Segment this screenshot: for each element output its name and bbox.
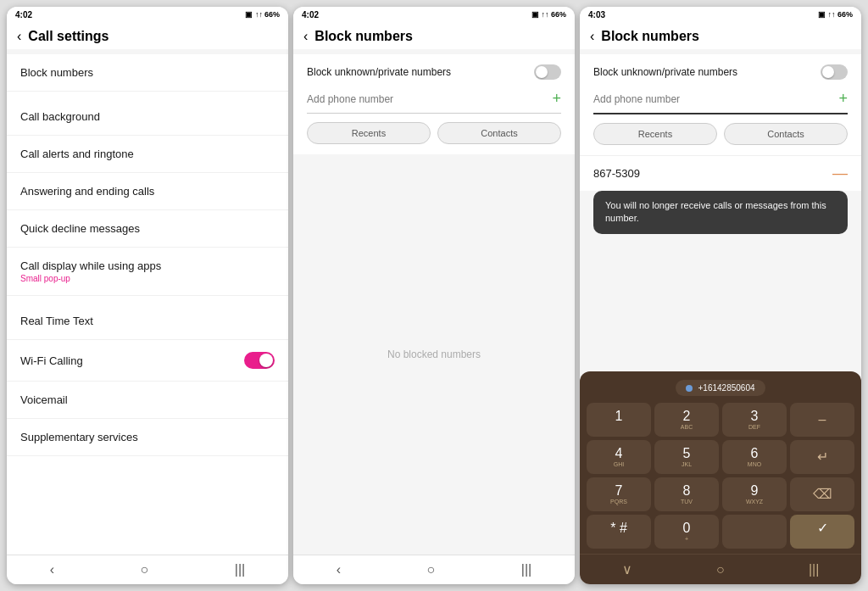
nav-back-2[interactable]: ‹ (337, 562, 341, 577)
key-5[interactable]: 5 JKL (654, 440, 719, 474)
block-section-2: Block unknown/private numbers + Recents … (293, 54, 575, 154)
time-3: 4:03 (588, 10, 605, 20)
back-arrow-1[interactable]: ‹ (17, 29, 21, 44)
page-title-2: Block numbers (314, 29, 413, 44)
status-icons-3: ▣ ↑↑ 66% (818, 10, 853, 19)
nav-back-3[interactable]: ∨ (622, 561, 632, 577)
screen1: ‹ Call settings Block numbers Call backg… (7, 22, 288, 555)
settings-item-supplementary[interactable]: Supplementary services (7, 419, 288, 456)
key-minus[interactable]: – (790, 403, 854, 437)
nav-bar-1: ‹ ○ ||| (7, 555, 288, 584)
status-bar-1: 4:02 ▣ ↑↑ 66% (7, 7, 288, 22)
tooltip-3: You will no longer receive calls or mess… (593, 191, 848, 234)
phone3: 4:03 ▣ ↑↑ 66% ‹ Block numbers Block unkn… (580, 7, 861, 584)
status-bar-3: 4:03 ▣ ↑↑ 66% (580, 7, 861, 22)
add-phone-input-2[interactable] (307, 93, 552, 105)
key-9[interactable]: 9 WXYZ (722, 477, 787, 511)
keypad-grid-3: 1 2 ABC 3 DEF – (587, 403, 854, 549)
status-bar-2: 4:02 ▣ ↑↑ 66% (293, 7, 575, 22)
settings-item-wifi-calling[interactable]: Wi-Fi Calling (7, 340, 288, 382)
block-unknown-row-3: Block unknown/private numbers (593, 64, 848, 80)
key-1[interactable]: 1 (587, 403, 651, 437)
block-unknown-label-2: Block unknown/private numbers (307, 66, 451, 78)
status-icons-1: ▣ ↑↑ 66% (245, 10, 280, 19)
screen2: ‹ Block numbers Block unknown/private nu… (293, 22, 575, 555)
add-phone-row-2: + (307, 90, 561, 114)
page-title-1: Call settings (28, 29, 108, 44)
tab-contacts-2[interactable]: Contacts (437, 122, 561, 144)
remove-number-btn-3[interactable]: — (832, 164, 848, 182)
key-0[interactable]: 0 + (654, 515, 719, 549)
back-arrow-2[interactable]: ‹ (303, 29, 308, 44)
time-1: 4:02 (15, 10, 32, 20)
settings-item-block-numbers[interactable]: Block numbers (7, 54, 288, 92)
blocked-entry-3: 867-5309 — (580, 155, 861, 191)
nav-home-2[interactable]: ○ (427, 562, 436, 577)
block-unknown-row-2: Block unknown/private numbers (307, 64, 561, 80)
phone1: 4:02 ▣ ↑↑ 66% ‹ Call settings Block numb… (7, 7, 288, 584)
settings-item-voicemail[interactable]: Voicemail (7, 382, 288, 419)
settings-item-answering[interactable]: Answering and ending calls (7, 173, 288, 210)
nav-recent-3[interactable]: ||| (809, 562, 819, 577)
screen3: ‹ Block numbers Block unknown/private nu… (580, 22, 861, 554)
empty-state-2: No blocked numbers (293, 154, 575, 555)
nav-recent-1[interactable]: ||| (235, 562, 245, 577)
caller-number-3: +16142850604 (698, 383, 754, 393)
key-4[interactable]: 4 GHI (587, 440, 651, 474)
time-2: 4:02 (302, 10, 319, 20)
add-phone-input-3[interactable] (593, 93, 838, 105)
key-7[interactable]: 7 PQRS (587, 477, 651, 511)
key-enter[interactable]: ↵ (790, 440, 854, 474)
tab-recents-2[interactable]: Recents (307, 122, 431, 144)
key-backspace[interactable]: ⌫ (790, 477, 854, 511)
settings-group-1: Call background Call alerts and ringtone… (7, 98, 288, 296)
tab-contacts-3[interactable]: Contacts (724, 123, 848, 145)
top-bar-3: ‹ Block numbers (580, 22, 861, 49)
settings-item-quick-decline[interactable]: Quick decline messages (7, 210, 288, 248)
tab-row-3: Recents Contacts (593, 123, 848, 145)
block-section-3: Block unknown/private numbers + Recents … (580, 54, 861, 155)
key-empty (722, 515, 787, 549)
wifi-calling-toggle[interactable] (244, 352, 275, 369)
top-bar-2: ‹ Block numbers (293, 22, 575, 49)
top-bar-1: ‹ Call settings (7, 22, 288, 49)
key-star-hash[interactable]: * # (587, 515, 651, 549)
settings-item-call-display[interactable]: Call display while using apps Small pop-… (7, 248, 288, 296)
settings-item-call-alerts[interactable]: Call alerts and ringtone (7, 136, 288, 173)
nav-recent-2[interactable]: ||| (521, 562, 531, 577)
tab-recents-3[interactable]: Recents (593, 123, 717, 145)
add-phone-plus-2[interactable]: + (552, 90, 561, 108)
nav-home-1[interactable]: ○ (141, 562, 149, 577)
nav-home-3[interactable]: ○ (716, 562, 725, 577)
settings-item-call-background[interactable]: Call background (7, 98, 288, 136)
settings-group-2: Real Time Text Wi-Fi Calling Voicemail S… (7, 303, 288, 456)
page-title-3: Block numbers (601, 29, 699, 44)
phones-container: 4:02 ▣ ↑↑ 66% ‹ Call settings Block numb… (0, 0, 868, 591)
nav-bar-2: ‹ ○ ||| (293, 555, 575, 584)
nav-back-1[interactable]: ‹ (50, 562, 54, 577)
key-6[interactable]: 6 MNO (722, 440, 787, 474)
keypad-header-3: +16142850604 (587, 380, 854, 396)
keypad-3: +16142850604 1 2 ABC 3 DEF (580, 371, 861, 554)
add-phone-plus-3[interactable]: + (838, 90, 848, 108)
phone2: 4:02 ▣ ↑↑ 66% ‹ Block numbers Block unkn… (293, 7, 575, 584)
block-unknown-toggle-3[interactable] (821, 64, 848, 80)
caller-pill-3: +16142850604 (676, 380, 765, 396)
back-arrow-3[interactable]: ‹ (590, 29, 594, 44)
key-3[interactable]: 3 DEF (722, 403, 787, 437)
settings-list: Block numbers Call background Call alert… (7, 54, 288, 555)
blocked-number-3: 867-5309 (593, 167, 640, 180)
add-phone-row-3: + (593, 90, 848, 114)
caller-dot-3 (686, 385, 693, 392)
block-unknown-toggle-2[interactable] (534, 64, 561, 80)
key-8[interactable]: 8 TUV (654, 477, 719, 511)
nav-bar-3: ∨ ○ ||| (580, 554, 861, 584)
status-icons-2: ▣ ↑↑ 66% (531, 10, 566, 19)
key-2[interactable]: 2 ABC (654, 403, 719, 437)
block-unknown-label-3: Block unknown/private numbers (593, 66, 737, 78)
tab-row-2: Recents Contacts (307, 122, 561, 144)
settings-item-rtt[interactable]: Real Time Text (7, 303, 288, 340)
key-confirm[interactable]: ✓ (790, 515, 854, 549)
